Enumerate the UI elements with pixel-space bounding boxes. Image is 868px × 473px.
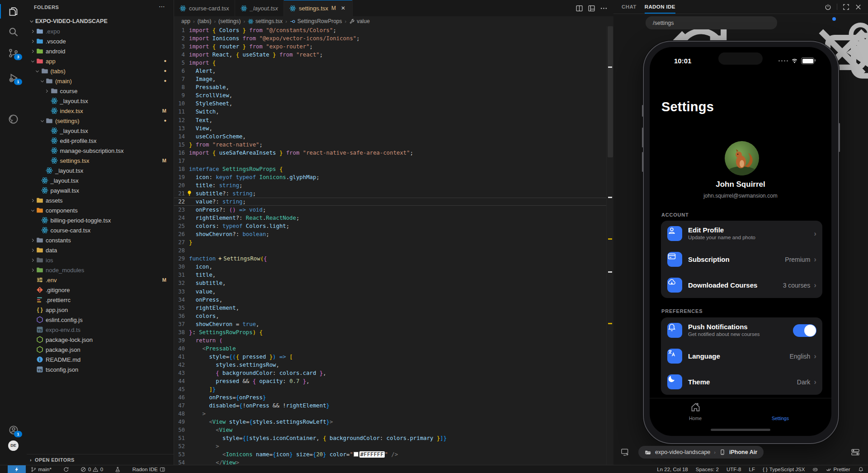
screen-record-icon[interactable] — [788, 19, 796, 27]
tree-item-data[interactable]: data — [27, 245, 174, 255]
split-editor-icon[interactable] — [576, 5, 583, 12]
toggle-on[interactable] — [793, 324, 816, 337]
activity-item-profile[interactable]: DE — [0, 436, 27, 454]
more-actions-icon[interactable] — [600, 5, 608, 12]
tab-chat[interactable]: CHAT — [622, 0, 637, 14]
tree-item--settings-[interactable]: (settings)• — [27, 116, 174, 126]
tree-item-eslint-config-js[interactable]: eslint.config.js — [27, 315, 174, 325]
phone-tab-home[interactable]: Home — [675, 402, 716, 421]
project-device-selector[interactable]: expo-video-landscape › iPhone Air — [638, 446, 764, 459]
settings-row-downloaded-courses[interactable]: Downloaded Courses3 courses› — [661, 272, 822, 298]
lightbulb-icon[interactable] — [186, 190, 193, 196]
editor-tab-course-card.tsx[interactable]: course-card.tsx — [174, 0, 235, 16]
settings-gear-icon[interactable] — [839, 19, 848, 28]
status-item-bell-sm-icon[interactable] — [858, 467, 864, 473]
settings-row-language[interactable]: LanguageEnglish› — [661, 343, 822, 369]
status-item-main-[interactable]: main* — [31, 467, 52, 473]
activity-item-github[interactable] — [0, 110, 27, 128]
fullscreen-icon[interactable] — [843, 4, 849, 10]
tree-item--layout-tsx[interactable]: _layout.tsx — [27, 96, 174, 106]
tree-item-node-modules[interactable]: node_modules — [27, 265, 174, 275]
open-editors-section[interactable]: › OPEN EDITORS — [27, 454, 174, 465]
tree-item-tsconfig-json[interactable]: tsconfig.json — [27, 364, 174, 374]
settings-row-subscription[interactable]: SubscriptionPremium› — [661, 246, 822, 272]
status-item-icon[interactable] — [115, 467, 121, 473]
tree-root[interactable]: EXPO-VIDEO-LANDSCAPE — [27, 16, 174, 26]
tree-item-course-card-tsx[interactable]: course-card.tsx — [27, 225, 174, 235]
tree-item-edit-profile-tsx[interactable]: edit-profile.tsx — [27, 136, 174, 146]
screenshot-icon[interactable] — [813, 19, 822, 27]
reload-icon[interactable] — [633, 19, 641, 27]
activity-item-source-control[interactable]: 3 — [0, 44, 27, 62]
device-settings-icon[interactable] — [851, 448, 860, 457]
status-item-icon[interactable] — [63, 467, 69, 473]
status-item-lf[interactable]: LF — [749, 467, 755, 472]
status-item-spaces-2[interactable]: Spaces: 2 — [696, 467, 719, 472]
tree-item-manage-subscription-tsx[interactable]: manage-subscription.tsx — [27, 146, 174, 156]
status-item-copilot-icon[interactable] — [812, 467, 818, 473]
phone-tab-settings[interactable]: Settings — [760, 402, 801, 421]
breadcrumb-item-app[interactable]: app — [181, 18, 190, 24]
tree-item--layout-tsx[interactable]: _layout.tsx — [27, 175, 174, 185]
tab-radon-ide[interactable]: RADON IDE — [645, 0, 675, 14]
settings-row-push-notifications[interactable]: Push NotificationsGet notified about new… — [661, 317, 822, 343]
breadcrumb-item-settingsrowprops[interactable]: SettingsRowProps — [290, 18, 342, 24]
status-item-radon-ide[interactable]: Radon IDE — [132, 467, 165, 473]
phone-screen[interactable]: 10:01 Settings — [650, 47, 831, 436]
tree-item-ios[interactable]: ios — [27, 255, 174, 265]
code-editor[interactable]: 1import { Colors } from "@/constants/Col… — [174, 26, 607, 465]
tree-item-assets[interactable]: assets — [27, 195, 174, 205]
tree-item--main-[interactable]: (main)• — [27, 76, 174, 86]
home-indicator[interactable] — [711, 429, 770, 431]
close-tab-icon[interactable]: ✕ — [340, 5, 347, 12]
settings-row-theme[interactable]: ThemeDark› — [661, 369, 822, 395]
tree-item-app-json[interactable]: app.json — [27, 305, 174, 315]
tree-item-expo-env-d-ts[interactable]: expo-env.d.ts — [27, 325, 174, 335]
editor-scrollbar[interactable] — [606, 26, 614, 465]
status-item-ln-22-col-18[interactable]: Ln 22, Col 18 — [657, 467, 688, 472]
tree-item--tabs-[interactable]: (tabs)• — [27, 66, 174, 76]
tree-item-course[interactable]: course — [27, 86, 174, 96]
activity-item-extensions[interactable] — [0, 90, 27, 109]
replay-icon[interactable] — [801, 19, 809, 27]
tree-item-settings-tsx[interactable]: settings.tsxM — [27, 156, 174, 166]
tree-item-package-json[interactable]: package.json — [27, 345, 174, 355]
tree-item-app[interactable]: app• — [27, 56, 174, 66]
tree-item-readme-md[interactable]: README.md — [27, 355, 174, 364]
breadcrumb-item-settings-tsx[interactable]: settings.tsx — [248, 18, 283, 24]
tree-item-package-lock-json[interactable]: package-lock.json — [27, 335, 174, 345]
status-item-prettier[interactable]: Prettier — [826, 467, 850, 473]
close-icon[interactable] — [855, 4, 862, 10]
settings-row-edit-profile[interactable]: Edit ProfileUpdate your name and photo› — [661, 221, 822, 246]
tree-item-billing-period-toggle-tsx[interactable]: billing-period-toggle.tsx — [27, 215, 174, 225]
status-item-utf-8[interactable]: UTF-8 — [726, 467, 741, 472]
sidebar-more-actions-icon[interactable]: ⋯ — [159, 3, 165, 10]
tree-item-paywall-tsx[interactable]: paywall.tsx — [27, 185, 174, 195]
status-item-typescript-jsx[interactable]: { }TypeScript JSX — [763, 467, 805, 472]
logs-icon[interactable] — [826, 19, 835, 27]
tree-item--prettierrc[interactable]: .prettierrc — [27, 295, 174, 305]
tree-item-android[interactable]: android — [27, 46, 174, 56]
tree-item--layout-tsx[interactable]: _layout.tsx — [27, 126, 174, 136]
breadcrumb-item-value[interactable]: value — [349, 18, 370, 24]
tree-item-constants[interactable]: constants — [27, 235, 174, 245]
tree-item--gitignore[interactable]: .gitignore — [27, 285, 174, 295]
activity-item-explorer[interactable] — [0, 2, 27, 20]
status-item-0[interactable]: 00 — [80, 467, 103, 473]
breadcrumb-item--settings-[interactable]: (settings) — [218, 18, 241, 24]
power-icon[interactable] — [825, 4, 831, 10]
tree-item-index-tsx[interactable]: index.tsxM — [27, 106, 174, 116]
editor-tab-settings.tsx[interactable]: settings.tsxM✕ — [284, 0, 353, 16]
tree-item--layout-tsx[interactable]: _layout.tsx — [27, 166, 174, 175]
mirror-screen-icon[interactable] — [621, 448, 630, 457]
back-icon[interactable] — [621, 19, 629, 27]
tree-item--env[interactable]: .envM — [27, 275, 174, 285]
breadcrumb-item--tabs-[interactable]: (tabs) — [198, 18, 212, 24]
dev-tools-icon[interactable] — [774, 19, 783, 27]
layout-icon[interactable] — [588, 5, 595, 12]
tree-item--vscode[interactable]: .vscode — [27, 36, 174, 46]
activity-item-run-debug[interactable]: 1 — [0, 69, 27, 87]
tree-item-components[interactable]: components — [27, 205, 174, 215]
remote-indicator[interactable] — [8, 465, 26, 473]
editor-tab-_layout.tsx[interactable]: _layout.tsx — [235, 0, 284, 16]
